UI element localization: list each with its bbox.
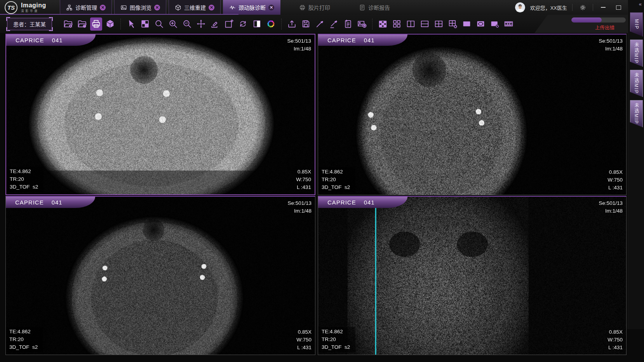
print-button[interactable]	[90, 17, 102, 31]
palette-icon	[266, 19, 276, 29]
volume-3d-button[interactable]	[104, 17, 116, 31]
viewport-3[interactable]: CAPRICE041Se:501/13Im:1/48TE:4.862TR:203…	[5, 196, 315, 355]
mri-image[interactable]	[318, 35, 626, 195]
layout-grid-9-button[interactable]	[377, 17, 389, 31]
film-layout-button[interactable]	[503, 17, 515, 31]
tab-carotid-diagnosis[interactable]: 颈动脉诊断✕	[223, 0, 280, 15]
layout-2x2-button[interactable]	[433, 17, 445, 31]
settings-gear-icon[interactable]	[578, 2, 588, 12]
sidebar-collapse-icon[interactable]: «	[628, 0, 644, 7]
zoom-in-button[interactable]	[167, 17, 179, 31]
pan-button[interactable]	[195, 17, 207, 31]
tab-label: 诊断管理	[75, 3, 97, 11]
overlay-line: 0.85X	[607, 328, 623, 336]
window-overlay: 0.85XW:750L :431	[296, 168, 311, 191]
magnify-icon	[154, 19, 164, 29]
tab-close-icon[interactable]: ✕	[209, 5, 214, 10]
new-report-button[interactable]	[342, 17, 354, 31]
acquisition-overlay: TE:4.862TR:203D_TOF s2	[318, 167, 355, 192]
pointer-button[interactable]	[125, 17, 137, 31]
sidebar-tab-unselected-mip-3[interactable]: 未选MIP	[630, 100, 643, 127]
sidebar-tab-unselected-mip-1[interactable]: 未选MIP	[630, 40, 643, 67]
doc-add-icon	[343, 19, 353, 29]
fill-rect-button[interactable]	[461, 17, 473, 31]
window-overlay: 0.85XW:750L :431	[296, 328, 312, 352]
overlay-line: 3D_TOF s2	[9, 343, 38, 351]
wave-icon	[229, 4, 236, 11]
sidebar-tab-unselected-mip-2[interactable]: 未选MIP	[630, 70, 643, 97]
tab-close-icon[interactable]: ✕	[154, 5, 160, 10]
overlay-line: 0.85X	[607, 168, 623, 176]
save-button[interactable]	[300, 17, 312, 31]
device-name: CAPRICE	[327, 199, 356, 206]
close-fill-rect-button[interactable]	[489, 17, 501, 31]
overlay-line: L :431	[296, 344, 312, 352]
split-h-icon	[420, 19, 430, 29]
measure-button[interactable]	[209, 17, 221, 31]
toolbar-divider	[281, 19, 282, 29]
tab-diagnosis-management[interactable]: 诊断管理✕	[60, 0, 112, 15]
report-icon	[359, 4, 366, 11]
overlay-line: Se:501/13	[599, 199, 623, 207]
export-image-button[interactable]	[356, 17, 368, 31]
overlay-line: W:750	[296, 176, 311, 184]
minimize-button[interactable]	[598, 2, 608, 12]
split-v-icon	[406, 19, 416, 29]
user-avatar[interactable]	[515, 2, 525, 12]
add-frame-button[interactable]	[223, 17, 235, 31]
tab-label: 诊断报告	[368, 3, 390, 11]
viewport-grid: CAPRICE041Se:501/13Im:1/48TE:4.862TR:203…	[0, 33, 644, 362]
fill-ellipse-button[interactable]	[475, 17, 487, 31]
zoom-x2-icon: x2	[182, 19, 192, 29]
annotate-pen-button[interactable]	[314, 17, 326, 31]
quad-icon	[392, 19, 402, 29]
viewport-4[interactable]: CAPRICE041Se:501/13Im:1/48TE:4.862TR:203…	[318, 196, 627, 355]
divider	[593, 4, 593, 11]
tab-close-icon[interactable]: ✕	[100, 5, 106, 10]
pseudo-color-button[interactable]	[265, 17, 277, 31]
annotate-pen-line-button[interactable]	[328, 17, 340, 31]
viewport-1[interactable]: CAPRICE041Se:501/13Im:1/48TE:4.862TR:203…	[5, 34, 315, 195]
maximize-button[interactable]	[613, 2, 623, 12]
sidebar-tab-mip[interactable]: MIP	[630, 12, 643, 36]
viewport-2[interactable]: CAPRICE041Se:501/13Im:1/48TE:4.862TR:203…	[318, 34, 627, 195]
open-study-settings-button[interactable]	[62, 17, 74, 31]
overlay-line: 0.85X	[296, 168, 311, 176]
close-cell-button[interactable]	[447, 17, 459, 31]
overlay-line: TR:20	[322, 336, 350, 343]
app-name: Imaging	[21, 2, 46, 9]
tab-3d-reconstruction[interactable]: 三维重建✕	[169, 0, 221, 15]
mri-image[interactable]	[318, 197, 626, 355]
tab-close-icon[interactable]: ✕	[268, 5, 274, 10]
series-overlay: Se:501/13Im:1/48	[287, 199, 312, 215]
org-icon	[66, 4, 73, 11]
window-level-button[interactable]	[251, 17, 263, 31]
magnify-button[interactable]	[153, 17, 165, 31]
split-horizontal-button[interactable]	[419, 17, 431, 31]
overlay-line: Se:501/13	[599, 37, 623, 45]
tab-image-browse[interactable]: 图像浏览✕	[114, 0, 166, 15]
layout-quad-button[interactable]	[391, 17, 403, 31]
overlay-line: W:750	[607, 336, 623, 344]
upload-button[interactable]	[286, 17, 298, 31]
patient-selector[interactable]: 患者：王某某	[7, 18, 52, 30]
pen-icon	[315, 19, 325, 29]
app-subtitle: 清影华康	[21, 10, 46, 13]
invert-tiles-button[interactable]	[139, 17, 151, 31]
overlay-line: Im:1/48	[599, 207, 623, 215]
mri-image[interactable]	[6, 35, 315, 194]
zoom-x2-button[interactable]: x2	[181, 17, 193, 31]
viewport-title-tab: CAPRICE041	[318, 197, 407, 208]
device-number: 041	[52, 37, 63, 43]
open-study-add-button[interactable]	[76, 17, 88, 31]
overlay-line: W:750	[607, 176, 623, 184]
mri-image[interactable]	[6, 197, 315, 355]
acquisition-overlay: TE:4.862TR:203D_TOF s2	[6, 167, 44, 192]
svg-text:x2: x2	[185, 22, 188, 24]
split-vertical-button[interactable]	[405, 17, 417, 31]
cube-filled-icon	[105, 19, 115, 29]
toolbar-divider	[372, 19, 372, 29]
series-overlay: Se:501/13Im:1/48	[599, 37, 623, 53]
rotate-button[interactable]	[237, 17, 249, 31]
series-overlay: Se:501/13Im:1/48	[287, 37, 311, 53]
